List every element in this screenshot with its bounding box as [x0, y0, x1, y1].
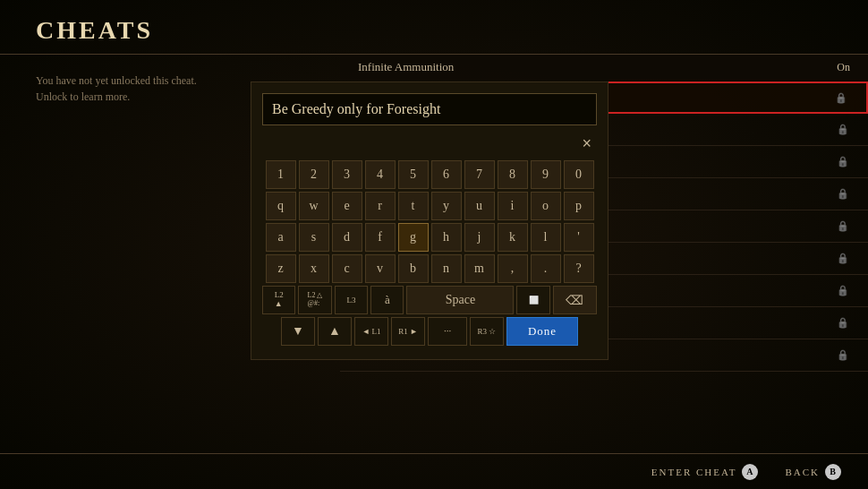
- key-period[interactable]: .: [531, 254, 561, 283]
- key-l2-alt[interactable]: L2 △@#:: [298, 286, 331, 314]
- key-9[interactable]: 9: [531, 160, 561, 189]
- key-e[interactable]: e: [332, 192, 362, 220]
- key-row-modifiers1: L2▲ L2 △@#: L3 à Space ⬜ ⌫: [262, 286, 597, 314]
- key-l2[interactable]: L2▲: [262, 286, 295, 314]
- key-g[interactable]: g: [398, 223, 429, 252]
- key-row-qwerty: q w e r t y u i o p: [262, 192, 597, 220]
- key-z[interactable]: z: [266, 254, 296, 283]
- footer-enter-cheat: ENTER CHEAT A: [651, 464, 759, 480]
- key-l[interactable]: l: [531, 223, 561, 252]
- key-5[interactable]: 5: [398, 160, 429, 189]
- key-w[interactable]: w: [299, 192, 329, 220]
- key-d[interactable]: d: [332, 223, 362, 252]
- lock-icon-7: [836, 316, 850, 330]
- footer-back-label: BACK: [785, 467, 820, 477]
- page-title: CHEATS: [36, 16, 832, 45]
- lock-icon-6: [836, 284, 850, 298]
- key-6[interactable]: 6: [431, 160, 462, 189]
- cheat-input-field[interactable]: [262, 93, 597, 125]
- key-n[interactable]: n: [431, 254, 462, 283]
- key-7[interactable]: 7: [464, 160, 495, 189]
- key-row-controller: ▼ ▲ ◄ L1 R1 ► ··· R3 ☆ Done: [262, 317, 597, 346]
- lock-icon-0: [834, 90, 848, 105]
- key-r3-icon[interactable]: ⬜: [516, 286, 549, 314]
- key-row-asdf: a s d f g h j k l ': [262, 223, 597, 252]
- key-question[interactable]: ?: [564, 254, 594, 283]
- hint-text: You have not yet unlocked this cheat. Un…: [36, 73, 215, 105]
- key-x[interactable]: x: [299, 254, 329, 283]
- key-1[interactable]: 1: [266, 160, 296, 189]
- page-container: CHEATS You have not yet unlocked this ch…: [0, 0, 868, 489]
- active-cheat-header: Infinite Ammunition On: [340, 55, 868, 80]
- key-dots[interactable]: ···: [428, 317, 467, 346]
- key-q[interactable]: q: [266, 192, 296, 220]
- key-8[interactable]: 8: [498, 160, 528, 189]
- key-l3[interactable]: L3: [335, 286, 368, 314]
- lock-icon-1: [836, 123, 850, 137]
- key-a[interactable]: a: [266, 223, 296, 252]
- key-0[interactable]: 0: [564, 160, 594, 189]
- key-space[interactable]: Space: [406, 286, 514, 314]
- key-l3-accent[interactable]: à: [370, 286, 404, 314]
- key-v[interactable]: v: [365, 254, 396, 283]
- key-o[interactable]: o: [531, 192, 561, 220]
- header: CHEATS: [0, 0, 868, 55]
- active-cheat-label: Infinite Ammunition: [358, 60, 454, 74]
- key-row-numbers: 1 2 3 4 5 6 7 8 9 0: [262, 160, 597, 189]
- close-button[interactable]: ×: [576, 133, 597, 155]
- key-c[interactable]: c: [332, 254, 362, 283]
- key-k[interactable]: k: [498, 223, 528, 252]
- key-y[interactable]: y: [431, 192, 462, 220]
- key-p[interactable]: p: [564, 192, 594, 220]
- key-u[interactable]: u: [464, 192, 495, 220]
- key-m[interactable]: m: [464, 254, 495, 283]
- key-j[interactable]: j: [464, 223, 495, 252]
- lock-icon-8: [836, 348, 850, 363]
- key-comma[interactable]: ,: [498, 254, 528, 283]
- key-s[interactable]: s: [299, 223, 329, 252]
- footer-btn-a: A: [742, 464, 758, 480]
- key-i[interactable]: i: [498, 192, 528, 220]
- keyboard-overlay: × 1 2 3 4 5 6 7 8 9 0 q: [251, 82, 608, 360]
- lock-icon-4: [836, 219, 850, 234]
- lock-icon-5: [836, 252, 850, 266]
- footer-enter-label: ENTER CHEAT: [651, 467, 737, 477]
- key-dpad-down[interactable]: ▼: [281, 317, 315, 346]
- close-row: ×: [262, 133, 597, 155]
- key-dpad-up[interactable]: ▲: [318, 317, 352, 346]
- right-panel: Infinite Ammunition On Unknown Unknown U…: [340, 55, 868, 452]
- footer-back: BACK B: [785, 464, 841, 480]
- key-l1[interactable]: ◄ L1: [354, 317, 388, 346]
- footer-btn-b: B: [825, 464, 841, 480]
- key-4[interactable]: 4: [365, 160, 396, 189]
- key-b[interactable]: b: [398, 254, 429, 283]
- key-3[interactable]: 3: [332, 160, 362, 189]
- key-row-zxcv: z x c v b n m , . ?: [262, 254, 597, 283]
- key-2[interactable]: 2: [299, 160, 329, 189]
- key-r3[interactable]: R3 ☆: [470, 317, 504, 346]
- key-h[interactable]: h: [431, 223, 462, 252]
- key-f[interactable]: f: [365, 223, 396, 252]
- key-done[interactable]: Done: [506, 317, 578, 346]
- active-cheat-status: On: [837, 61, 850, 74]
- lock-icon-3: [836, 187, 850, 202]
- footer: ENTER CHEAT A BACK B: [0, 453, 868, 489]
- key-r1[interactable]: R1 ►: [391, 317, 425, 346]
- key-t[interactable]: t: [398, 192, 429, 220]
- key-backspace[interactable]: ⌫: [553, 286, 597, 314]
- lock-icon-2: [836, 155, 850, 169]
- main-content: You have not yet unlocked this cheat. Un…: [0, 55, 868, 452]
- key-apostrophe[interactable]: ': [564, 223, 594, 252]
- key-r[interactable]: r: [365, 192, 396, 220]
